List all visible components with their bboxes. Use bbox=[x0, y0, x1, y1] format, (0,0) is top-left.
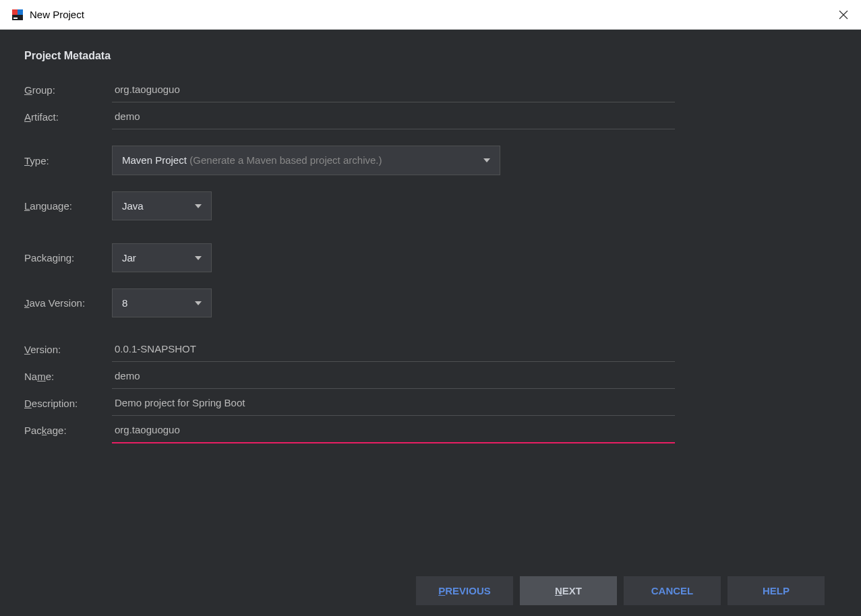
package-input[interactable] bbox=[112, 417, 675, 443]
name-label: Name: bbox=[24, 371, 112, 382]
chevron-down-icon bbox=[483, 158, 490, 162]
java-version-label: Java Version: bbox=[24, 297, 112, 309]
section-heading: Project Metadata bbox=[24, 50, 837, 62]
close-icon bbox=[839, 10, 848, 20]
svg-rect-1 bbox=[12, 9, 18, 15]
titlebar: New Project bbox=[0, 0, 861, 30]
intellij-icon bbox=[11, 8, 24, 22]
packaging-dropdown[interactable]: Jar bbox=[112, 243, 212, 272]
chevron-down-icon bbox=[195, 256, 202, 260]
description-input[interactable] bbox=[112, 390, 675, 416]
artifact-label: Artifact: bbox=[24, 111, 112, 123]
chevron-down-icon bbox=[195, 204, 202, 208]
name-input[interactable] bbox=[112, 363, 675, 389]
packaging-label: Packaging: bbox=[24, 252, 112, 264]
group-label: Group: bbox=[24, 84, 112, 96]
previous-button[interactable]: PREVIOUS bbox=[416, 576, 513, 605]
description-label: Description: bbox=[24, 398, 112, 409]
version-label: Version: bbox=[24, 344, 112, 355]
artifact-input[interactable] bbox=[112, 104, 675, 129]
next-button[interactable]: NEXT bbox=[520, 576, 617, 605]
language-label: Language: bbox=[24, 200, 112, 212]
footer-buttons: PREVIOUS NEXT CANCEL HELP bbox=[24, 565, 837, 616]
help-button[interactable]: HELP bbox=[728, 576, 825, 605]
window-title: New Project bbox=[30, 9, 84, 20]
svg-rect-2 bbox=[18, 9, 23, 15]
content-area: Project Metadata Group: Artifact: Type: … bbox=[0, 30, 861, 616]
version-input[interactable] bbox=[112, 336, 675, 362]
language-dropdown[interactable]: Java bbox=[112, 191, 212, 220]
java-version-dropdown[interactable]: 8 bbox=[112, 288, 212, 317]
cancel-button[interactable]: CANCEL bbox=[624, 576, 721, 605]
svg-rect-3 bbox=[13, 18, 18, 19]
type-label: Type: bbox=[24, 155, 112, 166]
package-label: Package: bbox=[24, 425, 112, 436]
close-button[interactable] bbox=[837, 8, 850, 22]
chevron-down-icon bbox=[195, 301, 202, 305]
group-input[interactable] bbox=[112, 77, 675, 102]
type-dropdown[interactable]: Maven Project (Generate a Maven based pr… bbox=[112, 146, 500, 175]
